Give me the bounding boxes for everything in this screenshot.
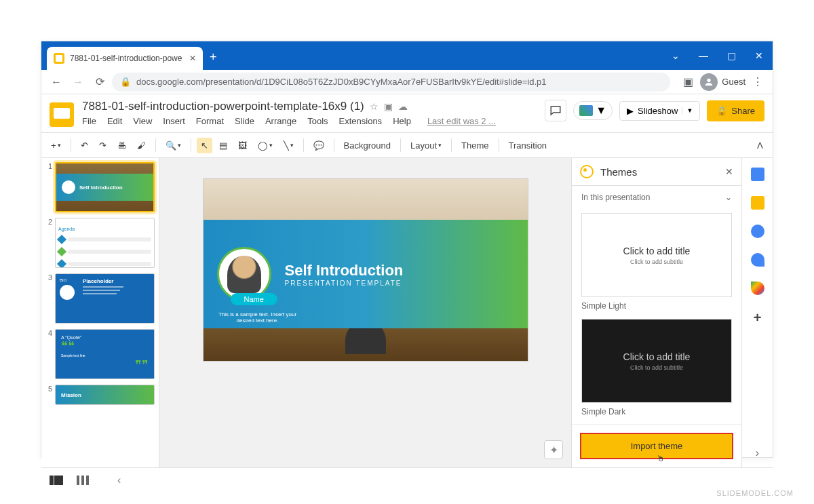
install-app-icon[interactable]: ▣ xyxy=(678,73,697,92)
keep-icon[interactable] xyxy=(751,196,764,210)
collapse-toolbar-button[interactable]: ᐱ xyxy=(753,138,767,153)
doc-title[interactable]: 7881-01-self-introduction-powerpoint-tem… xyxy=(82,100,364,113)
slideshow-button[interactable]: ▶ Slideshow ▼ xyxy=(619,101,700,121)
chevron-down-icon[interactable]: ▼ xyxy=(682,107,693,114)
share-button[interactable]: 🔒 Share xyxy=(707,100,764,121)
print-button[interactable]: 🖶 xyxy=(113,138,130,153)
background-button[interactable]: Background xyxy=(340,138,395,153)
film-strip[interactable]: 1 Self Introduction 2 Agenda 3 BIO xyxy=(41,158,159,467)
menu-view[interactable]: View xyxy=(133,116,152,126)
browser-tab[interactable]: 7881-01-self-introduction-powe ✕ xyxy=(47,47,203,70)
profile-button[interactable]: Guest xyxy=(700,73,745,91)
shape-tool[interactable]: ◯▾ xyxy=(254,138,277,153)
menu-arrange[interactable]: Arrange xyxy=(265,116,296,126)
lock-icon: 🔒 xyxy=(120,77,131,87)
close-panel-button[interactable]: ✕ xyxy=(725,166,733,177)
menu-edit[interactable]: Edit xyxy=(107,116,122,126)
address-bar: ← → ⟳ 🔒 docs.google.com/presentation/d/1… xyxy=(41,70,773,94)
paint-format-button[interactable]: 🖌 xyxy=(133,138,150,153)
slide-title: Self Introduction xyxy=(285,262,404,279)
meet-button[interactable]: ▼ xyxy=(573,101,613,120)
maps-icon[interactable] xyxy=(751,282,764,295)
guest-avatar-icon xyxy=(700,73,718,91)
comments-button[interactable] xyxy=(545,100,566,121)
import-theme-button[interactable]: Import theme 🖱 xyxy=(580,433,733,459)
redo-button[interactable]: ↷ xyxy=(95,138,111,153)
textbox-tool[interactable]: ▤ xyxy=(215,138,231,153)
line-tool[interactable]: ╲▾ xyxy=(279,138,298,153)
slide-thumb-5[interactable]: Mission xyxy=(55,385,155,405)
slide-thumb-1[interactable]: Self Introduction xyxy=(55,162,155,212)
doc-title-row: 7881-01-self-introduction-powerpoint-tem… xyxy=(82,100,537,113)
chevron-left-icon[interactable]: ‹ xyxy=(117,474,121,486)
back-button[interactable]: ← xyxy=(47,73,66,92)
menu-bar: File Edit View Insert Format Slide Arran… xyxy=(82,116,537,126)
theme-simple-dark[interactable]: Click to add title Click to add subtitle… xyxy=(581,319,732,416)
reload-button[interactable]: ⟳ xyxy=(90,73,109,92)
forward-button[interactable]: → xyxy=(69,73,88,92)
star-icon[interactable]: ☆ xyxy=(370,101,379,112)
thumb-number: 3 xyxy=(45,273,55,324)
collapse-dock-button[interactable]: › xyxy=(756,447,759,459)
canvas-area[interactable]: Self Introduction PRESENTATION TEMPLATE … xyxy=(159,158,572,467)
theme-button[interactable]: Theme xyxy=(457,138,492,153)
chevron-down-icon[interactable]: ⌄ xyxy=(662,50,689,61)
tab-title: 7881-01-self-introduction-powe xyxy=(70,54,182,63)
menu-slide[interactable]: Slide xyxy=(235,116,254,126)
themes-panel: Themes ✕ In this presentation ⌄ Click to… xyxy=(572,158,741,467)
grid-view-button[interactable] xyxy=(77,476,90,485)
maximize-button[interactable]: ▢ xyxy=(718,50,745,61)
cursor-icon: 🖱 xyxy=(657,454,665,463)
themes-title: Themes xyxy=(600,166,725,178)
doc-header: 7881-01-self-introduction-powerpoint-tem… xyxy=(41,94,773,132)
slide-subtitle: PRESENTATION TEMPLATE xyxy=(285,279,404,287)
image-tool[interactable]: 🖼 xyxy=(234,138,251,153)
explore-button[interactable]: ✦ xyxy=(544,440,563,459)
zoom-button[interactable]: 🔍▾ xyxy=(161,138,185,153)
layout-button[interactable]: Layout▾ xyxy=(406,138,446,153)
window-titlebar: 7881-01-self-introduction-powe ✕ + ⌄ ― ▢… xyxy=(41,41,773,70)
add-addon-button[interactable]: + xyxy=(754,310,762,326)
browser-menu-button[interactable]: ⋮ xyxy=(748,73,767,92)
watermark: SLIDEMODEL.COM xyxy=(716,489,794,497)
themes-section-header[interactable]: In this presentation ⌄ xyxy=(572,186,741,209)
chevron-down-icon: ▼ xyxy=(596,104,606,117)
undo-button[interactable]: ↶ xyxy=(77,138,92,153)
comment-tool[interactable]: 💬 xyxy=(309,138,328,153)
tasks-icon[interactable] xyxy=(751,225,764,238)
select-tool[interactable]: ↖ xyxy=(197,138,212,153)
minimize-button[interactable]: ― xyxy=(689,50,718,61)
slide-canvas[interactable]: Self Introduction PRESENTATION TEMPLATE … xyxy=(203,178,528,362)
new-slide-button[interactable]: +▾ xyxy=(47,138,65,153)
menu-help[interactable]: Help xyxy=(393,116,411,126)
slideshow-label: Slideshow xyxy=(638,106,678,116)
last-edit[interactable]: Last edit was 2 ... xyxy=(427,116,496,126)
calendar-icon[interactable] xyxy=(751,168,764,181)
share-label: Share xyxy=(731,106,755,116)
close-window-button[interactable]: ✕ xyxy=(745,50,773,61)
close-tab-icon[interactable]: ✕ xyxy=(189,54,196,63)
transition-button[interactable]: Transition xyxy=(505,138,551,153)
url-text: docs.google.com/presentation/d/1D9CiL08o… xyxy=(136,77,546,87)
menu-extensions[interactable]: Extensions xyxy=(339,116,383,126)
new-tab-button[interactable]: + xyxy=(210,50,217,64)
slide-thumb-3[interactable]: BIO Placeholder xyxy=(55,273,155,324)
slide-thumb-4[interactable]: A "Quote" ❝❝ Sample text line ❞❞ xyxy=(55,329,155,379)
filmstrip-view-button[interactable] xyxy=(50,476,63,485)
svg-point-0 xyxy=(708,78,711,81)
theme-simple-light[interactable]: Click to add title Click to add subtitle… xyxy=(581,213,732,311)
cloud-icon[interactable]: ☁ xyxy=(398,101,408,112)
menu-format[interactable]: Format xyxy=(196,116,224,126)
sample-text: This is a sample text. Insert your desir… xyxy=(217,311,298,324)
menu-tools[interactable]: Tools xyxy=(307,116,328,126)
contacts-icon[interactable] xyxy=(751,253,764,267)
play-icon: ▶ xyxy=(627,106,634,116)
url-input[interactable]: 🔒 docs.google.com/presentation/d/1D9CiL0… xyxy=(112,73,670,92)
move-icon[interactable]: ▣ xyxy=(384,101,393,112)
slides-logo[interactable] xyxy=(50,102,74,127)
menu-insert[interactable]: Insert xyxy=(163,116,185,126)
side-dock: + › xyxy=(741,158,773,467)
palette-icon xyxy=(580,165,594,178)
slide-thumb-2[interactable]: Agenda xyxy=(55,218,155,268)
menu-file[interactable]: File xyxy=(82,116,96,126)
